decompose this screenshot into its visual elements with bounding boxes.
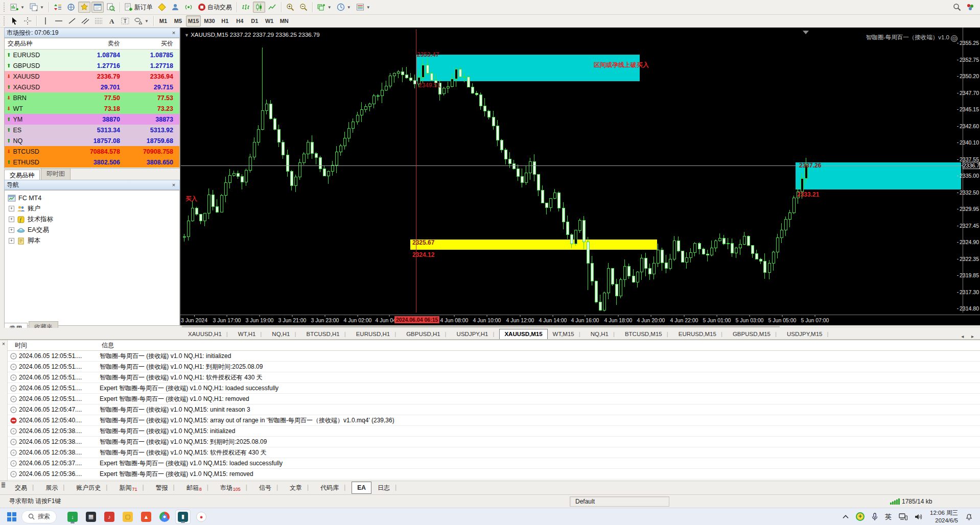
close-icon[interactable]: × xyxy=(170,182,177,188)
chart-tab-BTCUSD-H1[interactable]: BTCUSD,H1| xyxy=(301,329,351,339)
expand-icon[interactable]: + xyxy=(9,238,14,244)
status-profile[interactable]: Default xyxy=(570,496,669,507)
expand-icon[interactable]: + xyxy=(9,217,14,222)
chart-tab-USDJPY-H1[interactable]: USDJPY,H1| xyxy=(452,329,500,339)
palette-button[interactable] xyxy=(964,2,976,13)
notifications-button[interactable] xyxy=(182,2,195,13)
market-watch-row[interactable]: ⬆EURUSD1.087841.08785 xyxy=(5,50,179,60)
terminal-tab-警报[interactable]: 警报| xyxy=(150,481,180,495)
terminal-tab-新闻[interactable]: 新闻71| xyxy=(113,481,149,495)
market-watch-row[interactable]: ⬇XAUUSD2336.792336.94 xyxy=(5,71,179,82)
horizontal-line-tool-button[interactable] xyxy=(53,15,65,27)
timeframe-h4[interactable]: H4 xyxy=(233,15,247,27)
close-icon[interactable]: × xyxy=(0,341,7,347)
new-order-button[interactable]: 新订单 xyxy=(123,2,155,13)
navigator-item-技术指标[interactable]: +f技术指标 xyxy=(5,214,179,225)
market-watch-row[interactable]: ⬆ETHUSD3802.5063808.650 xyxy=(5,157,179,168)
bar-chart-mode-button[interactable] xyxy=(240,2,252,13)
price-axis[interactable]: 2355.252352.752350.202347.702345.152342.… xyxy=(963,28,980,313)
candle-chart-mode-button[interactable] xyxy=(253,2,265,13)
terminal-tab-EA[interactable]: EA xyxy=(352,482,371,494)
log-row[interactable]: 2024.06.05 12:05:38....智咖圈-每周百一 (接收端) v1… xyxy=(8,426,980,437)
taskbar-app-file-explorer[interactable]: ▢ xyxy=(120,510,135,524)
metaeditor-button[interactable] xyxy=(156,2,168,13)
tray-clock[interactable]: 12:06 周三 2024/6/5 xyxy=(930,509,958,524)
zoom-in-button[interactable] xyxy=(284,2,296,13)
expand-icon[interactable]: + xyxy=(9,227,14,233)
taskbar-app-devtool[interactable]: ▦ xyxy=(83,510,99,524)
timeframe-mn[interactable]: MN xyxy=(277,15,291,27)
taskbar-search[interactable]: 搜索 xyxy=(21,510,57,523)
terminal-tab-展示[interactable]: 展示| xyxy=(40,481,70,495)
line-chart-mode-button[interactable] xyxy=(266,2,278,13)
input-language[interactable]: 英 xyxy=(885,512,892,521)
navigator-item-EA交易[interactable]: +EA交易 xyxy=(5,225,179,235)
market-watch-row[interactable]: ⬆ES5313.345313.92 xyxy=(5,125,179,135)
terminal-tab-信号[interactable]: 信号| xyxy=(253,481,284,495)
text-tool-button[interactable]: A xyxy=(106,15,118,27)
navigator-item-脚本[interactable]: +脚本 xyxy=(5,235,179,246)
timeframe-m5[interactable]: M5 xyxy=(171,15,185,27)
chart-tab-NQ-H1[interactable]: NQ,H1| xyxy=(267,329,301,339)
trendline-tool-button[interactable] xyxy=(66,15,78,27)
navigator-root[interactable]: FC MT4 xyxy=(5,193,179,203)
timeframe-m15[interactable]: M15 xyxy=(186,15,201,27)
terminal-tab-文章[interactable]: 文章| xyxy=(284,481,314,495)
log-row[interactable]: 2024.06.05 12:05:36....Expert 智咖圈-每周百一 (… xyxy=(8,469,980,480)
zoom-out-button[interactable] xyxy=(297,2,310,13)
chart-tab-EURUSD-M15[interactable]: EURUSD,M15| xyxy=(673,329,728,339)
vertical-line-tool-button[interactable] xyxy=(39,15,52,27)
market-watch-row[interactable]: ⬆GBPUSD1.277161.27718 xyxy=(5,60,179,71)
log-row[interactable]: 2024.06.05 12:05:51....智咖圈-每周百一 (接收端) v1… xyxy=(8,362,980,372)
chart-xauusd-m15[interactable]: 2353.472349.51区间或孕线上破买入2337.262333.21232… xyxy=(180,28,980,325)
timeframe-m30[interactable]: M30 xyxy=(202,15,217,27)
market-watch-tab-交易品种[interactable]: 交易品种 xyxy=(4,170,40,180)
microphone-icon[interactable] xyxy=(872,513,878,521)
chart-tab-BTCUSD-M15[interactable]: BTCUSD,M15| xyxy=(620,329,673,339)
log-row[interactable]: 2024.06.05 12:05:38....智咖圈-每周百一 (接收端) v1… xyxy=(8,437,980,447)
notification-bell-icon[interactable]: z xyxy=(965,513,973,520)
chart-profiles-button[interactable]: ▼ xyxy=(28,2,46,13)
new-chart-button[interactable]: ▼ xyxy=(8,2,27,13)
fibonacci-tool-button[interactable] xyxy=(92,15,105,27)
close-icon[interactable]: × xyxy=(170,30,177,36)
taskbar-app-thunder[interactable]: ↓ xyxy=(65,510,80,524)
chart-tab-WT-H1[interactable]: WT,H1| xyxy=(233,329,267,339)
auto-trading-button[interactable]: 自动交易 xyxy=(196,2,234,13)
community-button[interactable] xyxy=(169,2,181,13)
cursor-tool-button[interactable] xyxy=(8,15,20,27)
terminal-toggle-button[interactable] xyxy=(91,2,104,13)
market-watch-toggle-button[interactable] xyxy=(52,2,64,13)
speaker-icon[interactable] xyxy=(915,513,923,520)
market-watch-row[interactable]: ⬇BRN77.5077.53 xyxy=(5,92,179,103)
chart-tab-GBPUSD-H1[interactable]: GBPUSD,H1| xyxy=(401,329,451,339)
text-label-tool-button[interactable]: T xyxy=(119,15,131,27)
shapes-tool-button[interactable]: ▼ xyxy=(132,15,151,27)
log-row[interactable]: 2024.06.05 12:05:38....智咖圈-每周百一 (接收端) v1… xyxy=(8,447,980,458)
log-row[interactable]: 2024.06.05 12:05:47....智咖圈-每周百一 (接收端) v1… xyxy=(8,404,980,415)
expand-icon[interactable]: + xyxy=(9,206,14,211)
templates-button[interactable]: ▼ xyxy=(354,2,372,13)
column-header-1[interactable]: 卖价 xyxy=(76,39,123,48)
timeframe-w1[interactable]: W1 xyxy=(263,15,276,27)
taskbar-app-pic-tool[interactable]: ▲ xyxy=(138,510,154,524)
strategy-tester-button[interactable] xyxy=(105,2,117,13)
device-icon[interactable] xyxy=(899,513,907,520)
terminal-tab-日志[interactable]: 日志| xyxy=(372,481,402,495)
navigator-item-账户[interactable]: +账户 xyxy=(5,203,179,214)
chart-menu-icon[interactable]: ▼ xyxy=(184,33,189,38)
terminal-tab-交易[interactable]: 交易| xyxy=(9,481,39,495)
chart-tab-WT-M15[interactable]: WT,M15| xyxy=(548,329,586,339)
terminal-tab-邮箱[interactable]: 邮箱8| xyxy=(181,481,214,495)
taskbar-app-mt4[interactable]: ▮ xyxy=(175,510,191,524)
market-watch-row[interactable]: ⬆NQ18757.0818759.68 xyxy=(5,135,179,146)
start-button[interactable] xyxy=(7,512,16,521)
column-header-0[interactable]: 交易品种 xyxy=(5,39,76,48)
chart-tab-XAUUSD-H1[interactable]: XAUUSD,H1| xyxy=(183,329,233,339)
market-watch-row[interactable]: ⬇WT73.1873.23 xyxy=(5,103,179,114)
market-watch-tab-即时图[interactable]: 即时图 xyxy=(41,168,71,180)
time-axis[interactable]: 3 Jun 20243 Jun 17:003 Jun 19:003 Jun 21… xyxy=(180,315,980,325)
log-row[interactable]: 2024.06.05 12:05:40....智咖圈-每周百一 (接收端) v1… xyxy=(8,415,980,426)
log-row[interactable]: 2024.06.05 12:05:51....智咖圈-每周百一 (接收端) v1… xyxy=(8,372,980,383)
timeframe-d1[interactable]: D1 xyxy=(248,15,262,27)
